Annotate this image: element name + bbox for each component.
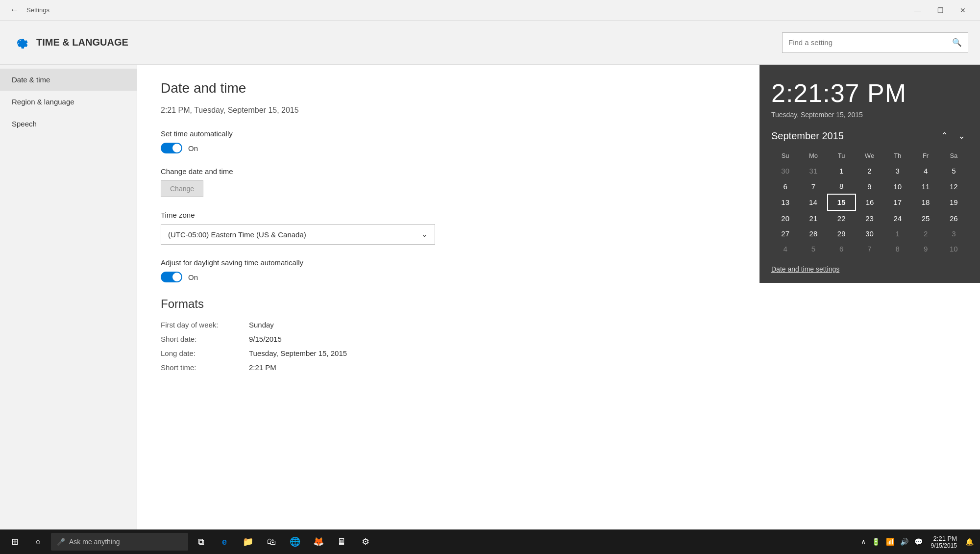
calendar-day[interactable]: 16	[856, 194, 883, 210]
calculator-icon: 🖩	[338, 537, 346, 547]
maximize-button[interactable]: ❐	[929, 2, 952, 18]
calendar-day[interactable]: 6	[771, 178, 799, 194]
sidebar-item-region-language[interactable]: Region & language	[0, 91, 137, 113]
calendar-day[interactable]: 28	[799, 226, 827, 241]
long-date-label: Long date:	[161, 349, 249, 357]
calendar-day[interactable]: 30	[856, 226, 883, 241]
calendar-day[interactable]: 9	[856, 178, 883, 194]
search-cortana-button[interactable]: ○	[27, 531, 49, 553]
explorer-button[interactable]: 📁	[237, 531, 259, 553]
calendar-day[interactable]: 21	[799, 210, 827, 226]
clock-time: 2:21:37 PM	[771, 78, 968, 108]
calendar-day[interactable]: 6	[828, 241, 856, 256]
calendar-day[interactable]: 3	[883, 163, 911, 178]
cortana-search-bar[interactable]: 🎤 Ask me anything	[51, 533, 188, 551]
calendar-day[interactable]: 29	[828, 226, 856, 241]
clock-date: Tuesday, September 15, 2015	[771, 111, 968, 119]
firefox-icon: 🦊	[313, 536, 324, 547]
calendar-nav: ⌃ ⌄	[938, 129, 968, 142]
calendar-day[interactable]: 31	[799, 163, 827, 178]
calendar-day[interactable]: 7	[799, 178, 827, 194]
calendar-day[interactable]: 4	[771, 241, 799, 256]
calendar-day[interactable]: 23	[856, 210, 883, 226]
calendar-day[interactable]: 8	[883, 241, 911, 256]
notification-bell[interactable]: 🔔	[963, 536, 976, 548]
task-view-button[interactable]: ⧉	[190, 531, 212, 553]
calendar-day[interactable]: 1	[828, 163, 856, 178]
calendar-body: 3031123456789101112131415161718192021222…	[771, 163, 968, 256]
calendar-day[interactable]: 24	[883, 210, 911, 226]
settings-taskbar-button[interactable]: ⚙	[355, 531, 376, 553]
calendar-day[interactable]: 4	[911, 163, 939, 178]
sidebar-item-date-time[interactable]: Date & time	[0, 69, 137, 91]
change-button[interactable]: Change	[161, 180, 203, 197]
calendar-week-row: 27282930123	[771, 226, 968, 241]
day-we: We	[856, 150, 883, 163]
short-time-value: 2:21 PM	[249, 363, 276, 372]
notification-chevron[interactable]: ∧	[858, 536, 868, 548]
calendar-day[interactable]: 10	[883, 178, 911, 194]
calendar-day[interactable]: 10	[940, 241, 968, 256]
taskbar-clock[interactable]: 2:21 PM 9/15/2015	[926, 535, 962, 549]
calendar-day[interactable]: 14	[799, 194, 827, 210]
set-time-toggle-label: On	[188, 144, 198, 152]
sidebar-item-speech[interactable]: Speech	[0, 113, 137, 135]
back-button[interactable]: ←	[6, 3, 23, 17]
short-date-label: Short date:	[161, 335, 249, 343]
toggle-knob-daylight	[172, 273, 181, 281]
calendar-day[interactable]: 15	[828, 194, 856, 210]
calendar-day[interactable]: 25	[911, 210, 939, 226]
calendar-week-row: 6789101112	[771, 178, 968, 194]
start-icon: ⊞	[11, 536, 19, 547]
sidebar-item-label: Region & language	[12, 98, 74, 106]
calendar-popup: 2:21:37 PM Tuesday, September 15, 2015 S…	[760, 65, 980, 283]
edge-button[interactable]: e	[214, 531, 235, 553]
firefox-button[interactable]: 🦊	[308, 531, 329, 553]
set-time-toggle[interactable]	[161, 143, 182, 153]
calendar-day[interactable]: 12	[940, 178, 968, 194]
calendar-day[interactable]: 9	[911, 241, 939, 256]
calendar-day[interactable]: 13	[771, 194, 799, 210]
calendar-day[interactable]: 3	[940, 226, 968, 241]
message-icon[interactable]: 💬	[912, 536, 925, 548]
short-time-label: Short time:	[161, 363, 249, 372]
calendar-week-row: 13141516171819	[771, 194, 968, 210]
calendar-day[interactable]: 5	[940, 163, 968, 178]
calendar-day[interactable]: 5	[799, 241, 827, 256]
calendar-day[interactable]: 20	[771, 210, 799, 226]
calendar-next-button[interactable]: ⌄	[955, 129, 968, 142]
calculator-button[interactable]: 🖩	[331, 531, 353, 553]
main-layout: Date & time Region & language Speech Dat…	[0, 65, 980, 529]
timezone-dropdown[interactable]: (UTC-05:00) Eastern Time (US & Canada) ⌄	[161, 224, 435, 245]
daylight-toggle[interactable]	[161, 272, 182, 282]
calendar-day[interactable]: 30	[771, 163, 799, 178]
timezone-value: (UTC-05:00) Eastern Time (US & Canada)	[168, 230, 306, 239]
calendar-week-row: 45678910	[771, 241, 968, 256]
calendar-day[interactable]: 11	[911, 178, 939, 194]
calendar-day[interactable]: 1	[883, 226, 911, 241]
calendar-grid: Su Mo Tu We Th Fr Sa 3031123456789101112…	[771, 150, 968, 256]
store-button[interactable]: 🛍	[261, 531, 282, 553]
calendar-day[interactable]: 8	[828, 178, 856, 194]
calendar-footer-link[interactable]: Date and time settings	[771, 265, 968, 273]
calendar-day[interactable]: 27	[771, 226, 799, 241]
search-box[interactable]: 🔍	[782, 32, 968, 53]
calendar-day[interactable]: 22	[828, 210, 856, 226]
calendar-day[interactable]: 19	[940, 194, 968, 210]
minimize-button[interactable]: —	[906, 2, 929, 18]
calendar-day[interactable]: 17	[883, 194, 911, 210]
calendar-day[interactable]: 2	[856, 163, 883, 178]
search-input[interactable]	[788, 38, 952, 47]
calendar-prev-button[interactable]: ⌃	[938, 129, 951, 142]
extra-icon-1[interactable]: 🌐	[284, 531, 306, 553]
first-day-label: First day of week:	[161, 321, 249, 329]
day-fr: Fr	[911, 150, 939, 163]
calendar-day[interactable]: 18	[911, 194, 939, 210]
start-button[interactable]: ⊞	[4, 531, 25, 553]
calendar-day[interactable]: 7	[856, 241, 883, 256]
content-area: Date and time 2:21 PM, Tuesday, Septembe…	[137, 65, 980, 529]
calendar-day[interactable]: 2	[911, 226, 939, 241]
close-button[interactable]: ✕	[952, 2, 974, 18]
calendar-day[interactable]: 26	[940, 210, 968, 226]
volume-icon[interactable]: 🔊	[898, 536, 911, 548]
